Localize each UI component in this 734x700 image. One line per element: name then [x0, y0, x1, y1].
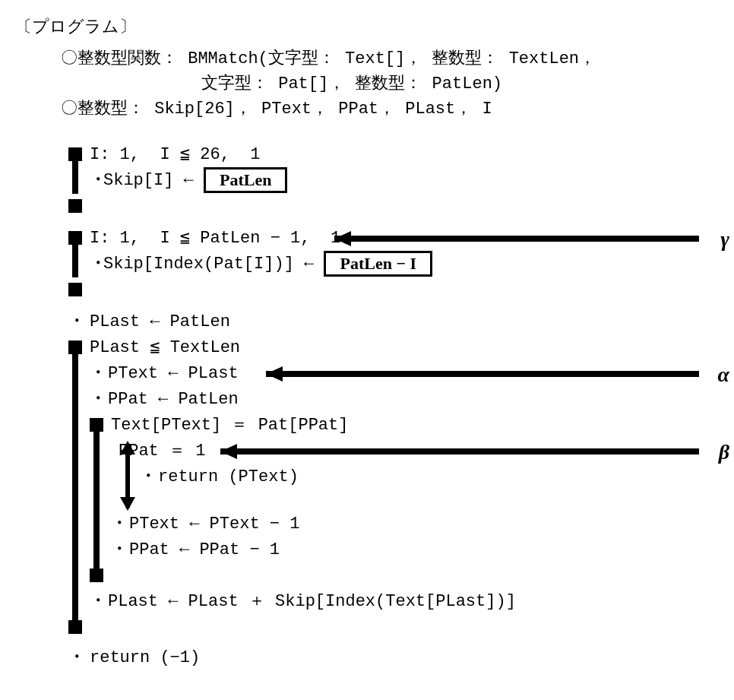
branch-head-text: PPat ＝ 1 — [119, 439, 205, 464]
stmt-text: PLast ← PLast ＋ Skip[Index(Text[PLast])] — [108, 589, 516, 614]
stmt-plast-init: ・ PLast ← PatLen — [68, 309, 729, 334]
decl-function: 〇 整数型関数： BMMatch(文字型： Text[]， 整数型： TextL… — [61, 46, 719, 71]
stmt-ptext-plast: ・ PText ← PLast α — [68, 360, 729, 386]
svg-marker-9 — [220, 444, 237, 459]
loop-end-marker — [68, 620, 82, 634]
stmt-ppat-patlen: ・ PPat ← PatLen — [68, 386, 729, 412]
decl-vars: 〇 整数型： Skip[26]， PText， PPat， PLast， I — [61, 97, 719, 122]
loop4-head-text: Text[PText] ＝ Pat[PPat] — [111, 413, 348, 438]
branch-gap — [68, 489, 729, 511]
code-area: I: 1, I ≦ 26, 1 ・ Skip[I] ← PatLen I: 1,… — [68, 141, 729, 670]
loop2-end — [68, 277, 729, 302]
loop1-head-text: I: 1, I ≦ 26, 1 — [90, 142, 260, 167]
decl-function-text: 整数型関数： BMMatch(文字型： Text[]， 整数型： TextLen… — [78, 46, 596, 71]
stmt-text: return (−1) — [90, 645, 200, 670]
loop3-end — [68, 614, 729, 640]
loop-start-marker — [90, 418, 103, 432]
circle-bullet: 〇 — [61, 97, 78, 122]
stmt-text: PLast ← PatLen — [90, 309, 230, 334]
answer-box-1: PatLen — [204, 167, 287, 193]
stmt-return-neg1: ・ return (−1) — [68, 645, 729, 670]
bullet-icon: ・ — [111, 537, 125, 562]
loop-end-marker — [68, 283, 82, 296]
decl-function-cont: 文字型： Pat[]， 整数型： PatLen) — [201, 71, 719, 97]
bullet-icon: ・ — [68, 309, 82, 334]
bullet-icon: ・ — [90, 589, 103, 614]
loop3-head-text: PLast ≦ TextLen — [90, 335, 240, 360]
loop3-head: PLast ≦ TextLen — [68, 334, 729, 360]
program-title: 〔プログラム〕 — [15, 15, 719, 40]
stmt-text: Skip[Index(Pat[I])] ← — [103, 252, 324, 277]
loop4-end — [68, 562, 729, 588]
svg-marker-6 — [266, 366, 283, 382]
branch-head: PPat ＝ 1 β — [68, 438, 729, 464]
loop1-body: ・ Skip[I] ← PatLen — [68, 167, 729, 193]
stmt-plast-skip: ・ PLast ← PLast ＋ Skip[Index(Text[PLast]… — [68, 588, 729, 614]
bullet-icon: ・ — [90, 168, 103, 193]
loop-start-marker — [68, 147, 82, 161]
stmt-text: Skip[I] ← — [103, 168, 204, 193]
circle-bullet: 〇 — [61, 46, 78, 71]
loop1-head: I: 1, I ≦ 26, 1 — [68, 141, 729, 167]
branch-body: ・ return (PText) — [68, 464, 729, 489]
bullet-icon: ・ — [68, 645, 82, 670]
loop-start-marker — [68, 231, 82, 245]
stmt-ptext-dec: ・ PText ← PText − 1 — [68, 511, 729, 537]
arrow-beta — [220, 444, 699, 459]
bullet-icon: ・ — [140, 464, 153, 489]
arrow-gamma — [334, 231, 699, 246]
stmt-text: PText ← PText − 1 — [129, 512, 299, 537]
bullet-icon: ・ — [90, 387, 103, 412]
loop2-head-text: I: 1, I ≦ PatLen − 1, 1 — [90, 226, 340, 251]
stmt-text: PPat ← PatLen — [108, 387, 239, 412]
loop2-body: ・ Skip[Index(Pat[I])] ← PatLen − I — [68, 251, 729, 277]
loop2-head: I: 1, I ≦ PatLen − 1, 1 γ — [68, 225, 729, 251]
decl-vars-text: 整数型： Skip[26]， PText， PPat， PLast， I — [78, 97, 492, 122]
bullet-icon: ・ — [111, 512, 125, 537]
arrow-alpha — [266, 366, 699, 382]
loop-end-marker — [90, 569, 103, 582]
stmt-text: PPat ← PPat − 1 — [129, 537, 280, 562]
loop-end-marker — [68, 199, 82, 213]
stmt-ppat-dec: ・ PPat ← PPat − 1 — [68, 537, 729, 562]
loop4-head: Text[PText] ＝ Pat[PPat] — [68, 412, 729, 438]
stmt-text: return (PText) — [158, 464, 299, 489]
answer-box-2: PatLen − I — [324, 251, 432, 277]
stmt-text: PText ← PLast — [108, 361, 239, 386]
loop-start-marker — [68, 340, 82, 354]
header: 〔プログラム〕 〇 整数型関数： BMMatch(文字型： Text[]， 整数… — [15, 15, 719, 122]
loop1-end — [68, 193, 729, 219]
bullet-icon: ・ — [90, 361, 103, 386]
bullet-icon: ・ — [90, 252, 103, 277]
